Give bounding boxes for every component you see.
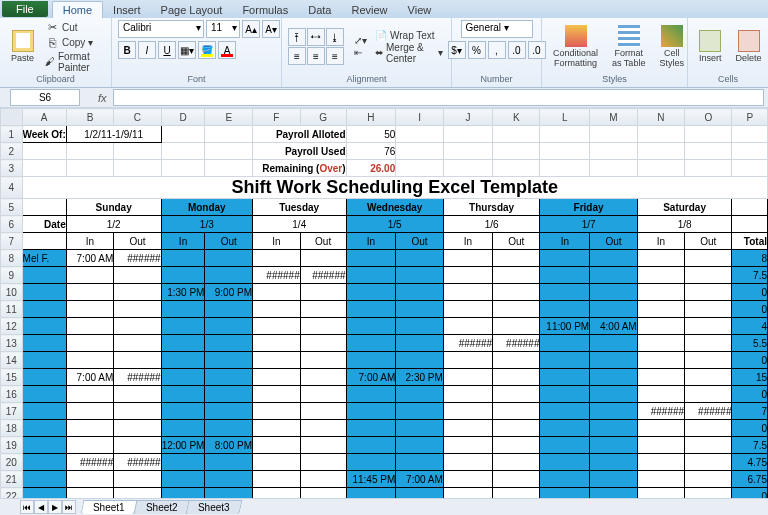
cell[interactable]: Payroll Alloted [252,126,346,143]
copy-button[interactable]: Copy ▾ [43,36,105,50]
shift-cell[interactable] [493,318,540,335]
total-cell[interactable]: 7 [732,403,768,420]
align-left-button[interactable]: ≡ [288,47,306,65]
shift-cell[interactable] [396,250,444,267]
cell[interactable] [590,143,638,160]
cell[interactable] [540,160,590,177]
cell[interactable] [685,143,732,160]
shift-cell[interactable] [637,437,684,454]
shift-cell[interactable] [685,369,732,386]
shift-cell[interactable] [346,454,396,471]
format-painter-button[interactable]: Format Painter [43,51,105,73]
cell[interactable]: 76 [346,143,396,160]
shift-cell[interactable] [114,488,161,499]
row-header-7[interactable]: 7 [1,233,23,250]
shift-cell[interactable] [637,250,684,267]
cell[interactable] [161,126,205,143]
in-header[interactable]: In [637,233,684,250]
shift-cell[interactable] [590,369,638,386]
total-cell[interactable]: 0 [732,284,768,301]
shift-cell[interactable] [66,335,114,352]
shift-cell[interactable] [161,420,205,437]
number-format-select[interactable]: General ▾ [461,20,533,38]
cell[interactable] [114,160,161,177]
shift-cell[interactable] [300,369,346,386]
shift-cell[interactable] [205,369,253,386]
shift-cell[interactable] [540,335,590,352]
column-header-K[interactable]: K [493,109,540,126]
font-color-button[interactable]: A [218,41,236,59]
row-header-12[interactable]: 12 [1,318,23,335]
worksheet-grid[interactable]: ABCDEFGHIJKLMNOP1Week Of:1/2/11-1/9/11Pa… [0,108,768,498]
cell[interactable] [114,143,161,160]
shift-cell[interactable] [637,318,684,335]
shift-cell[interactable] [443,352,492,369]
shift-cell[interactable] [346,437,396,454]
shift-cell[interactable] [205,352,253,369]
total-cell[interactable]: 0 [732,488,768,499]
column-header-D[interactable]: D [161,109,205,126]
cell[interactable]: Remaining (Over) [252,160,346,177]
row-header-9[interactable]: 9 [1,267,23,284]
name-cell[interactable] [22,335,66,352]
shift-cell[interactable] [66,437,114,454]
day-header[interactable]: Wednesday [346,199,443,216]
shift-cell[interactable]: 4:00 AM [590,318,638,335]
shift-cell[interactable] [685,250,732,267]
column-header-M[interactable]: M [590,109,638,126]
align-top-button[interactable]: ⭱ [288,28,306,46]
shift-cell[interactable] [685,454,732,471]
shift-cell[interactable] [637,284,684,301]
shift-cell[interactable] [300,488,346,499]
shift-cell[interactable] [443,267,492,284]
shift-cell[interactable] [300,437,346,454]
name-cell[interactable] [22,471,66,488]
cell[interactable] [396,126,444,143]
shift-cell[interactable] [114,267,161,284]
in-header[interactable]: In [540,233,590,250]
shift-cell[interactable] [300,284,346,301]
shift-cell[interactable]: ###### [114,454,161,471]
shift-cell[interactable] [590,454,638,471]
row-header-17[interactable]: 17 [1,403,23,420]
shift-cell[interactable] [540,301,590,318]
name-cell[interactable] [22,318,66,335]
shift-cell[interactable] [300,386,346,403]
cell[interactable] [590,160,638,177]
shift-cell[interactable]: 12:00 PM [161,437,205,454]
column-header-I[interactable]: I [396,109,444,126]
row-header-13[interactable]: 13 [1,335,23,352]
shift-cell[interactable] [114,318,161,335]
row-header-5[interactable]: 5 [1,199,23,216]
shift-cell[interactable] [590,352,638,369]
shift-cell[interactable] [114,301,161,318]
row-header-22[interactable]: 22 [1,488,23,499]
orientation-button[interactable]: ⤢▾ [352,35,369,46]
shift-cell[interactable] [396,420,444,437]
shift-cell[interactable] [540,420,590,437]
shift-cell[interactable] [346,386,396,403]
shift-cell[interactable] [493,488,540,499]
shift-cell[interactable] [252,454,300,471]
name-cell[interactable] [22,284,66,301]
shift-cell[interactable] [346,420,396,437]
shift-cell[interactable] [252,471,300,488]
shift-cell[interactable] [396,386,444,403]
shift-cell[interactable] [252,284,300,301]
cell[interactable] [22,143,66,160]
total-cell[interactable]: 4 [732,318,768,335]
row-header-14[interactable]: 14 [1,352,23,369]
total-cell[interactable]: 0 [732,420,768,437]
shift-cell[interactable] [252,386,300,403]
shift-cell[interactable] [637,335,684,352]
cell[interactable]: 50 [346,126,396,143]
shift-cell[interactable] [114,352,161,369]
align-right-button[interactable]: ≡ [326,47,344,65]
shift-cell[interactable] [66,352,114,369]
shift-cell[interactable] [346,318,396,335]
name-cell[interactable] [22,369,66,386]
total-header[interactable]: Total [732,233,768,250]
shift-cell[interactable] [346,250,396,267]
total-cell[interactable]: 7.5 [732,437,768,454]
out-header[interactable]: Out [396,233,444,250]
